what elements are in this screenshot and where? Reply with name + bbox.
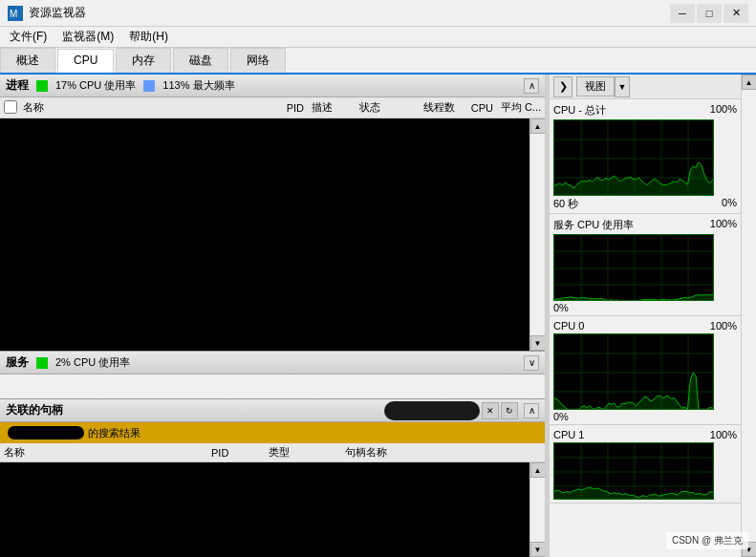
process-row-1[interactable] (0, 118, 529, 147)
process-expand-button[interactable]: ∧ (524, 78, 539, 94)
search-result-text: 的搜索结果 (88, 426, 140, 440)
handles-col-header-hname: 句柄名称 (345, 445, 541, 460)
handles-col-header-pid: PID (211, 447, 269, 459)
tab-disk[interactable]: 磁盘 (173, 48, 228, 73)
process-rows-area[interactable] (0, 118, 529, 351)
handles-refresh-button[interactable]: ↻ (501, 402, 518, 419)
right-panel: ❯ 视图 ▼ CPU - 总计 100% 60 秒 0% (550, 75, 741, 557)
process-scroll-track[interactable] (530, 134, 545, 335)
watermark: CSDN @ 弗兰克 (666, 532, 748, 549)
process-row-4[interactable] (0, 197, 529, 222)
process-scroll-down[interactable]: ▼ (530, 335, 546, 351)
right-scroll-up[interactable]: ▲ (742, 75, 757, 90)
handles-scrollbar[interactable]: ▲ ▼ (529, 462, 545, 557)
cpu-total-canvas (554, 120, 714, 196)
cpu1-graph-section: CPU 1 100% (550, 425, 741, 503)
col-header-pid: PID (264, 102, 312, 114)
process-cpu-usage: 17% CPU 使用率 (55, 78, 136, 93)
cpu1-max-pct: 100% (710, 429, 737, 440)
cpu0-canvas (554, 334, 714, 410)
handles-scroll-down[interactable]: ▼ (530, 542, 546, 557)
menu-bar: 文件(F) 监视器(M) 帮助(H) (0, 27, 756, 48)
cpu-total-graph-section: CPU - 总计 100% 60 秒 0% (550, 99, 741, 214)
cpu-total-bottom-row: 60 秒 0% (553, 197, 737, 211)
cpu-total-min-pct: 0% (722, 197, 737, 211)
services-cpu-usage: 2% CPU 使用率 (55, 355, 130, 370)
handles-scroll-up[interactable]: ▲ (530, 462, 546, 478)
search-result-bar: 的搜索结果 (0, 422, 545, 443)
process-section-header[interactable]: 进程 17% CPU 使用率 113% 最大频率 ∧ (0, 75, 545, 97)
menu-monitor[interactable]: 监视器(M) (56, 28, 119, 46)
menu-help[interactable]: 帮助(H) (123, 28, 174, 46)
tab-network[interactable]: 网络 (230, 48, 286, 73)
right-scrollbar[interactable]: ▲ ▼ (741, 75, 756, 557)
handles-col-header-type: 类型 (269, 445, 345, 460)
handles-expand-button[interactable]: ∧ (524, 403, 539, 418)
handles-row-1[interactable] (0, 462, 529, 487)
process-select-all-checkbox[interactable] (4, 100, 17, 114)
handles-title: 关联的句柄 (6, 402, 63, 418)
tab-memory[interactable]: 内存 (116, 48, 171, 73)
services-cpu-title-row: 服务 CPU 使用率 100% (553, 218, 737, 232)
process-row-7[interactable] (0, 271, 529, 296)
handles-col-header-name: 名称 (4, 445, 200, 460)
process-scroll-up[interactable]: ▲ (530, 118, 546, 134)
right-scroll-track[interactable] (742, 90, 756, 542)
services-title: 服务 (6, 354, 29, 371)
col-header-avgcpu: 平均 C... (493, 100, 541, 115)
cpu1-title: CPU 1 (553, 429, 584, 440)
cpu0-title-row: CPU 0 100% (553, 320, 737, 332)
window-title: 资源监视器 (29, 5, 86, 21)
right-panel-nav-arrow[interactable]: ❯ (553, 76, 572, 97)
process-row-2[interactable] (0, 147, 529, 172)
services-cpu-min-pct: 0% (553, 302, 569, 313)
services-expand-button[interactable]: ∨ (524, 355, 539, 371)
process-row-8[interactable] (0, 296, 529, 321)
process-row-5[interactable] (0, 222, 529, 246)
maximize-button[interactable]: □ (697, 4, 722, 23)
process-section: 进程 17% CPU 使用率 113% 最大频率 ∧ 名称 PID 描述 状态 (0, 75, 545, 352)
handles-clear-button[interactable]: ✕ (482, 402, 499, 419)
handles-scroll-track[interactable] (530, 478, 545, 542)
cpu0-bottom-row: 0% (553, 411, 737, 422)
minimize-button[interactable]: ─ (670, 4, 695, 23)
view-button[interactable]: 视图 (576, 76, 615, 96)
services-status-indicator (36, 357, 48, 369)
close-button[interactable]: ✕ (724, 4, 748, 23)
handles-table-header: 名称 PID 类型 句柄名称 (0, 443, 545, 462)
col-header-status: 状态 (359, 100, 407, 115)
tab-overview[interactable]: 概述 (0, 48, 55, 73)
process-row-3[interactable] (0, 172, 529, 197)
col-header-cpu: CPU (455, 102, 493, 114)
col-header-threads: 线程数 (407, 100, 455, 115)
handles-table-content (0, 462, 529, 557)
handles-row-empty (0, 512, 529, 550)
window-controls: ─ □ ✕ (670, 4, 748, 23)
process-table-header: 名称 PID 描述 状态 线程数 CPU 平均 C... (0, 97, 545, 118)
process-row-9[interactable] (0, 321, 529, 346)
cpu-total-title: CPU - 总计 (553, 103, 606, 118)
svg-text:M: M (10, 9, 17, 19)
cpu-total-duration: 60 秒 (553, 197, 578, 211)
main-layout: 进程 17% CPU 使用率 113% 最大频率 ∧ 名称 PID 描述 状态 (0, 75, 756, 557)
handles-section-header[interactable]: 关联的句柄 ✕ ↻ ∧ (0, 399, 545, 422)
cpu-total-title-row: CPU - 总计 100% (553, 103, 737, 118)
app-icon: M (8, 6, 23, 21)
handles-search-input[interactable] (384, 401, 480, 420)
tab-cpu[interactable]: CPU (57, 49, 114, 73)
process-scrollbar[interactable]: ▲ ▼ (529, 118, 545, 351)
process-table-wrapper: ▲ ▼ (0, 118, 545, 351)
services-section-header[interactable]: 服务 2% CPU 使用率 ∨ (0, 352, 545, 375)
process-freq-indicator (143, 80, 155, 92)
menu-file[interactable]: 文件(F) (4, 28, 53, 46)
services-cpu-graph (553, 234, 714, 301)
cpu0-graph (553, 333, 714, 410)
view-dropdown-button[interactable]: ▼ (615, 76, 630, 97)
right-panel-container: ❯ 视图 ▼ CPU - 总计 100% 60 秒 0% (550, 75, 756, 557)
right-panel-header: ❯ 视图 ▼ (550, 75, 741, 99)
handles-rows-area[interactable] (0, 462, 529, 557)
process-row-6[interactable] (0, 246, 529, 271)
cpu-total-max-pct: 100% (710, 103, 737, 118)
cpu0-title: CPU 0 (553, 320, 584, 332)
handles-row-2[interactable] (0, 487, 529, 512)
